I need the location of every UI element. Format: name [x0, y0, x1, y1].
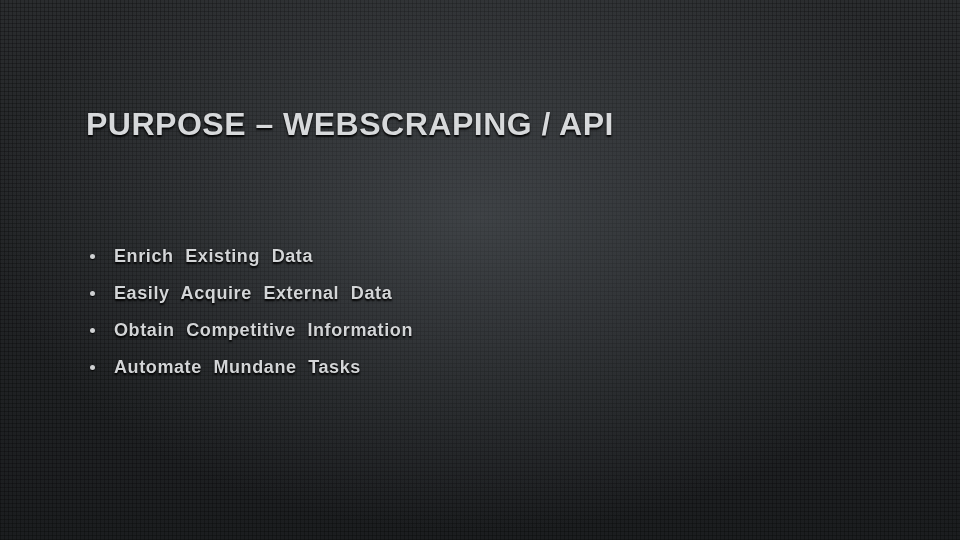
slide-title: PURPOSE – WEBSCRAPING / API	[86, 106, 614, 143]
slide: PURPOSE – WEBSCRAPING / API Enrich Exist…	[0, 0, 960, 540]
list-item: Easily Acquire External Data	[86, 283, 413, 304]
list-item: Automate Mundane Tasks	[86, 357, 413, 378]
list-item: Obtain Competitive Information	[86, 320, 413, 341]
list-item: Enrich Existing Data	[86, 246, 413, 267]
bullet-list: Enrich Existing Data Easily Acquire Exte…	[86, 246, 413, 394]
